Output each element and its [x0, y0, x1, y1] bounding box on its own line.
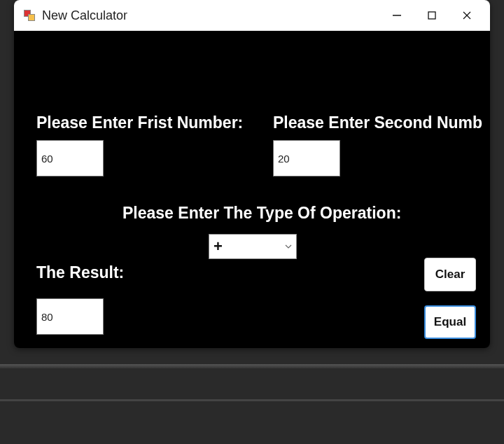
- app-icon: [24, 10, 35, 21]
- result-label: The Result:: [36, 263, 124, 282]
- svg-rect-1: [428, 12, 435, 19]
- close-icon: [462, 11, 472, 20]
- decorative-divider: [0, 364, 504, 368]
- operation-selected-value: +: [209, 237, 281, 256]
- clear-button[interactable]: Clear: [424, 258, 476, 291]
- decorative-divider: [0, 399, 504, 401]
- titlebar: New Calculator: [14, 0, 490, 31]
- window-controls: [379, 0, 484, 31]
- first-number-input[interactable]: [36, 140, 104, 176]
- second-number-input[interactable]: [273, 140, 340, 176]
- chevron-down-icon: [281, 235, 296, 258]
- minimize-icon: [392, 11, 402, 20]
- maximize-icon: [427, 11, 437, 20]
- first-number-label: Please Enter Frist Number:: [36, 113, 243, 132]
- equal-button[interactable]: Equal: [424, 305, 476, 339]
- window-title: New Calculator: [42, 8, 379, 23]
- minimize-button[interactable]: [379, 0, 414, 31]
- maximize-button[interactable]: [414, 0, 449, 31]
- client-area: Please Enter Frist Number: Please Enter …: [14, 31, 490, 348]
- operation-label: Please Enter The Type Of Operation:: [122, 204, 401, 223]
- operation-combobox[interactable]: +: [209, 234, 297, 259]
- application-window: New Calculator Please Enter Frist Number…: [14, 0, 490, 348]
- second-number-label: Please Enter Second Numb: [273, 113, 482, 132]
- close-button[interactable]: [449, 0, 484, 31]
- result-output[interactable]: [36, 298, 104, 335]
